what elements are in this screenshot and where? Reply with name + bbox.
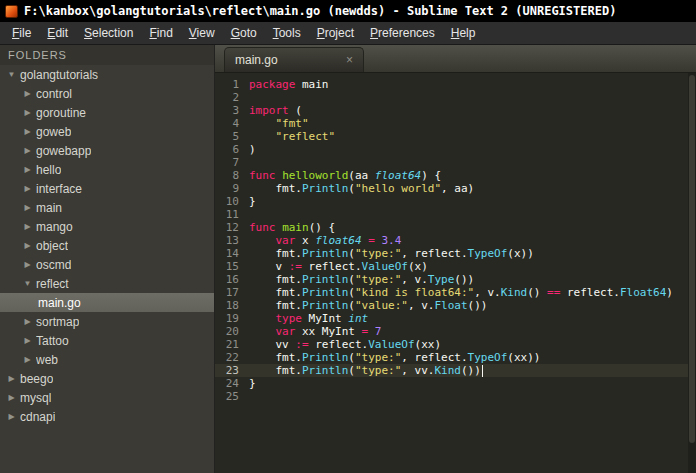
sidebar-file-main-go[interactable]: main.go <box>0 293 214 312</box>
code-line[interactable]: 12func main() { <box>215 221 696 234</box>
code-line[interactable]: 1package main <box>215 78 696 91</box>
line-number[interactable]: 22 <box>215 351 249 364</box>
chevron-down-icon[interactable]: ▼ <box>6 70 17 79</box>
sidebar-folder-mango[interactable]: ▶mango <box>0 217 214 236</box>
menu-project[interactable]: Project <box>309 24 362 42</box>
chevron-right-icon[interactable]: ▶ <box>22 127 33 136</box>
chevron-right-icon[interactable]: ▶ <box>22 241 33 250</box>
menu-goto[interactable]: Goto <box>223 24 265 42</box>
code-line[interactable]: 10} <box>215 195 696 208</box>
sidebar-folder-goweb[interactable]: ▶goweb <box>0 122 214 141</box>
code-line[interactable]: 7 <box>215 156 696 169</box>
menu-find[interactable]: Find <box>141 24 180 42</box>
line-number[interactable]: 4 <box>215 117 249 130</box>
sidebar-folder-mysql[interactable]: ▶mysql <box>0 388 214 407</box>
code-line[interactable]: 4 "fmt" <box>215 117 696 130</box>
menu-edit[interactable]: Edit <box>39 24 76 42</box>
line-number[interactable]: 18 <box>215 299 249 312</box>
code-line[interactable]: 3import ( <box>215 104 696 117</box>
line-number[interactable]: 8 <box>215 169 249 182</box>
code-line[interactable]: 17 fmt.Println("kind is float64:", v.Kin… <box>215 286 696 299</box>
chevron-right-icon[interactable]: ▶ <box>22 336 33 345</box>
chevron-right-icon[interactable]: ▶ <box>22 108 33 117</box>
code-line[interactable]: 5 "reflect" <box>215 130 696 143</box>
code-line[interactable]: 9 fmt.Println("hello world", aa) <box>215 182 696 195</box>
sidebar-folder-hello[interactable]: ▶hello <box>0 160 214 179</box>
code-line[interactable]: 16 fmt.Println("type:", v.Type()) <box>215 273 696 286</box>
sidebar-folder-golangtutorials[interactable]: ▼golangtutorials <box>0 65 214 84</box>
line-number[interactable]: 13 <box>215 234 249 247</box>
sidebar-folder-gowebapp[interactable]: ▶gowebapp <box>0 141 214 160</box>
chevron-right-icon[interactable]: ▶ <box>22 317 33 326</box>
code-line[interactable]: 23 fmt.Println("type:", vv.Kind()) <box>215 364 696 377</box>
menu-help[interactable]: Help <box>443 24 484 42</box>
code-line[interactable]: 14 fmt.Println("type:", reflect.TypeOf(x… <box>215 247 696 260</box>
sidebar-folder-sortmap[interactable]: ▶sortmap <box>0 312 214 331</box>
line-number[interactable]: 20 <box>215 325 249 338</box>
sidebar-folder-goroutine[interactable]: ▶goroutine <box>0 103 214 122</box>
line-number[interactable]: 19 <box>215 312 249 325</box>
line-number[interactable]: 9 <box>215 182 249 195</box>
chevron-right-icon[interactable]: ▶ <box>22 184 33 193</box>
code-line[interactable]: 11 <box>215 208 696 221</box>
chevron-right-icon[interactable]: ▶ <box>6 374 17 383</box>
line-number[interactable]: 10 <box>215 195 249 208</box>
code-line[interactable]: 19 type MyInt int <box>215 312 696 325</box>
chevron-right-icon[interactable]: ▶ <box>22 355 33 364</box>
line-number[interactable]: 16 <box>215 273 249 286</box>
sidebar-folder-object[interactable]: ▶object <box>0 236 214 255</box>
line-number[interactable]: 7 <box>215 156 249 169</box>
line-number[interactable]: 1 <box>215 78 249 91</box>
line-number[interactable]: 24 <box>215 377 249 390</box>
chevron-right-icon[interactable]: ▶ <box>22 260 33 269</box>
sidebar-folder-oscmd[interactable]: ▶oscmd <box>0 255 214 274</box>
menu-view[interactable]: View <box>181 24 223 42</box>
code-line[interactable]: 22 fmt.Println("type:", reflect.TypeOf(x… <box>215 351 696 364</box>
scrollbar-thumb[interactable] <box>689 75 695 443</box>
code-line[interactable]: 24} <box>215 377 696 390</box>
chevron-down-icon[interactable]: ▼ <box>22 279 33 288</box>
line-number[interactable]: 25 <box>215 390 249 403</box>
menu-selection[interactable]: Selection <box>76 24 141 42</box>
line-number[interactable]: 2 <box>215 91 249 104</box>
line-number[interactable]: 11 <box>215 208 249 221</box>
line-number[interactable]: 5 <box>215 130 249 143</box>
code-line[interactable]: 18 fmt.Println("value:", v.Float()) <box>215 299 696 312</box>
chevron-right-icon[interactable]: ▶ <box>22 146 33 155</box>
chevron-right-icon[interactable]: ▶ <box>22 222 33 231</box>
code-line[interactable]: 25 <box>215 390 696 403</box>
tab-close-icon[interactable]: × <box>346 53 353 67</box>
code-line[interactable]: 6) <box>215 143 696 156</box>
menu-preferences[interactable]: Preferences <box>362 24 443 42</box>
menu-file[interactable]: File <box>4 24 39 42</box>
chevron-right-icon[interactable]: ▶ <box>22 165 33 174</box>
line-number[interactable]: 17 <box>215 286 249 299</box>
scrollbar[interactable] <box>688 73 696 473</box>
sidebar-folder-control[interactable]: ▶control <box>0 84 214 103</box>
chevron-right-icon[interactable]: ▶ <box>22 89 33 98</box>
code-line[interactable]: 13 var x float64 = 3.4 <box>215 234 696 247</box>
line-number[interactable]: 3 <box>215 104 249 117</box>
sidebar-folder-beego[interactable]: ▶beego <box>0 369 214 388</box>
line-number[interactable]: 12 <box>215 221 249 234</box>
tab-main-go[interactable]: main.go × <box>224 47 364 72</box>
code-line[interactable]: 21 vv := reflect.ValueOf(xx) <box>215 338 696 351</box>
sidebar-folder-reflect[interactable]: ▼reflect <box>0 274 214 293</box>
code-line[interactable]: 2 <box>215 91 696 104</box>
code-editor[interactable]: 1package main23import (4 "fmt"5 "reflect… <box>215 73 696 473</box>
sidebar-folder-interface[interactable]: ▶interface <box>0 179 214 198</box>
sidebar-folder-cdnapi[interactable]: ▶cdnapi <box>0 407 214 426</box>
line-number[interactable]: 14 <box>215 247 249 260</box>
chevron-right-icon[interactable]: ▶ <box>6 393 17 402</box>
sidebar-folder-tattoo[interactable]: ▶Tattoo <box>0 331 214 350</box>
line-number[interactable]: 6 <box>215 143 249 156</box>
code-line[interactable]: 15 v := reflect.ValueOf(x) <box>215 260 696 273</box>
line-number[interactable]: 21 <box>215 338 249 351</box>
chevron-right-icon[interactable]: ▶ <box>6 412 17 421</box>
menu-tools[interactable]: Tools <box>265 24 309 42</box>
line-number[interactable]: 15 <box>215 260 249 273</box>
code-line[interactable]: 8func helloworld(aa float64) { <box>215 169 696 182</box>
chevron-right-icon[interactable]: ▶ <box>22 203 33 212</box>
code-line[interactable]: 20 var xx MyInt = 7 <box>215 325 696 338</box>
sidebar-folder-web[interactable]: ▶web <box>0 350 214 369</box>
